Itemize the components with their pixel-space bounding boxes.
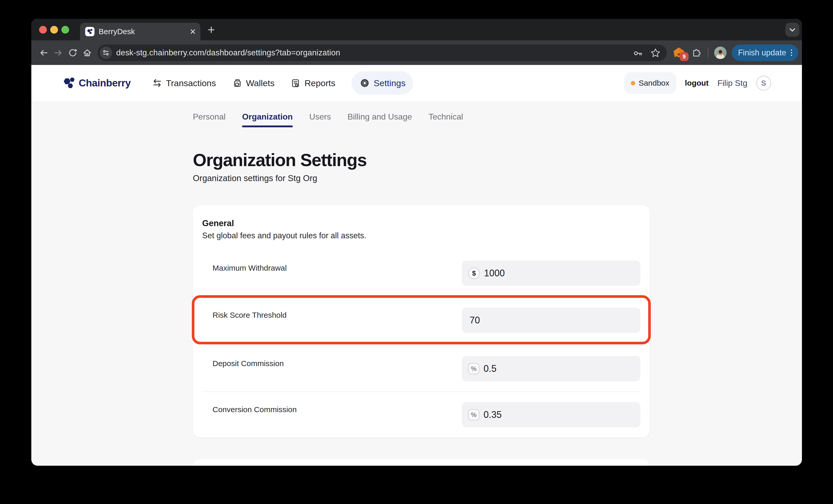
- browser-profile-avatar[interactable]: [714, 47, 727, 59]
- report-document-icon: [290, 78, 301, 88]
- general-settings-card: General Set global fees and payout rules…: [193, 205, 650, 437]
- star-icon: [650, 48, 661, 58]
- active-tab-underline: [242, 125, 293, 127]
- maximum-withdrawal-input[interactable]: $ 1000: [462, 260, 640, 286]
- nav-item-reports[interactable]: Reports: [290, 78, 335, 88]
- deposit-commission-input[interactable]: % 0.5: [462, 356, 640, 381]
- site-controls-icon: [102, 49, 110, 56]
- environment-label: Sandbox: [639, 79, 669, 87]
- field-value: 70: [470, 315, 480, 326]
- minimize-window-button[interactable]: [50, 26, 58, 34]
- tab-search-button[interactable]: [785, 23, 799, 37]
- tab-label: Users: [309, 112, 331, 121]
- new-tab-button[interactable]: +: [208, 24, 215, 36]
- tab-personal[interactable]: Personal: [193, 112, 225, 127]
- environment-badge[interactable]: Sandbox: [624, 72, 676, 94]
- puzzle-piece-icon: [691, 47, 701, 58]
- nav-label: Settings: [374, 78, 406, 88]
- field-row-conversion-commission: Conversion Commission % 0.35: [202, 402, 640, 427]
- tab-label: Billing and Usage: [348, 112, 412, 121]
- row-divider: [202, 392, 640, 392]
- traffic-lights: [39, 26, 69, 34]
- page-title: Organization Settings: [193, 150, 802, 170]
- brand-wordmark: Chainberry: [79, 77, 131, 89]
- nav-item-wallets[interactable]: Wallets: [232, 78, 275, 88]
- reload-button[interactable]: [66, 46, 80, 60]
- dollar-unit-icon: $: [468, 267, 480, 279]
- browser-toolbar: desk-stg.chainberry.com/dashboard/settin…: [31, 40, 802, 65]
- environment-status-dot: [631, 81, 635, 85]
- berry-logo-icon: [62, 76, 76, 90]
- berrydesk-favicon-icon: [85, 27, 94, 36]
- gear-icon: [359, 78, 370, 89]
- close-window-button[interactable]: [39, 26, 47, 34]
- tab-technical[interactable]: Technical: [428, 112, 463, 127]
- main-nav: Transactions Wallets: [152, 71, 413, 95]
- tab-billing-and-usage[interactable]: Billing and Usage: [348, 112, 412, 127]
- finish-update-button[interactable]: Finish update: [732, 45, 798, 61]
- swap-arrows-icon: [152, 78, 162, 88]
- field-row-maximum-withdrawal: Maximum Withdrawal $ 1000: [202, 260, 640, 286]
- wallet-icon: [232, 78, 242, 88]
- zoom-window-button[interactable]: [61, 26, 69, 34]
- nav-label: Reports: [304, 78, 335, 88]
- metamask-extension-button[interactable]: 9: [673, 47, 685, 58]
- forward-arrow-icon: [53, 48, 63, 58]
- reload-icon: [68, 48, 78, 58]
- extensions-button[interactable]: [691, 47, 701, 58]
- home-button[interactable]: [80, 46, 94, 60]
- settings-tabs: Personal Organization Users Billing and …: [193, 112, 802, 127]
- conversion-commission-input[interactable]: % 0.35: [462, 402, 640, 427]
- settings-page: Personal Organization Users Billing and …: [31, 101, 802, 466]
- key-icon: [633, 48, 643, 58]
- home-icon: [82, 48, 92, 58]
- settings-rows: Maximum Withdrawal $ 1000 Risk Score Thr…: [202, 260, 640, 427]
- brand-logo[interactable]: Chainberry: [62, 76, 131, 90]
- browser-tab[interactable]: BerryDesk ×: [80, 23, 200, 40]
- field-label: Maximum Withdrawal: [202, 263, 287, 273]
- nav-item-settings[interactable]: Settings: [352, 71, 413, 95]
- tab-label: Organization: [242, 112, 293, 121]
- browser-window: BerryDesk × +: [31, 19, 802, 466]
- card-description: Set global fees and payout rules for all…: [202, 230, 640, 241]
- back-arrow-icon: [39, 48, 49, 58]
- password-manager-button[interactable]: [633, 48, 643, 58]
- field-value: 0.5: [483, 363, 497, 374]
- extension-notification-badge: 9: [680, 52, 689, 61]
- page-subtitle: Organization settings for Stg Org: [193, 173, 802, 183]
- url-bar[interactable]: desk-stg.chainberry.com/dashboard/settin…: [98, 45, 667, 61]
- back-button[interactable]: [37, 46, 51, 60]
- card-heading: General: [202, 218, 640, 228]
- chevron-down-icon: [788, 26, 796, 34]
- close-tab-icon[interactable]: ×: [190, 27, 196, 36]
- field-row-risk-score-threshold: Risk Score Threshold 70: [202, 308, 640, 333]
- app-header: Chainberry Transactions: [31, 65, 802, 101]
- row-divider: [202, 298, 640, 298]
- nav-item-transactions[interactable]: Transactions: [152, 78, 216, 88]
- field-row-deposit-commission: Deposit Commission % 0.5: [202, 356, 640, 381]
- url-text[interactable]: desk-stg.chainberry.com/dashboard/settin…: [116, 48, 340, 57]
- risk-score-threshold-input[interactable]: 70: [462, 308, 640, 333]
- tab-organization[interactable]: Organization: [242, 112, 293, 127]
- nav-label: Transactions: [166, 78, 216, 88]
- field-value: 1000: [484, 268, 505, 279]
- percent-unit-icon: %: [468, 363, 479, 374]
- browser-menu-icon[interactable]: [791, 49, 792, 56]
- site-settings-button[interactable]: [100, 47, 112, 59]
- tab-users[interactable]: Users: [309, 112, 331, 127]
- tab-title: BerryDesk: [99, 27, 135, 36]
- tab-label: Personal: [193, 112, 225, 121]
- next-settings-card-partial: [193, 459, 650, 466]
- finish-update-label: Finish update: [738, 48, 786, 57]
- tab-strip: BerryDesk × +: [31, 19, 802, 40]
- user-avatar[interactable]: S: [756, 76, 771, 91]
- field-label: Deposit Commission: [202, 359, 284, 368]
- berry-logo-icon: [87, 28, 93, 35]
- field-label: Risk Score Threshold: [202, 311, 287, 320]
- forward-button[interactable]: [51, 46, 66, 60]
- logout-button[interactable]: logout: [685, 79, 709, 87]
- bookmark-star-button[interactable]: [650, 48, 661, 58]
- toolbar-separator: [708, 48, 709, 58]
- header-right: Sandbox logout Filip Stg S: [624, 72, 771, 94]
- tab-label: Technical: [428, 112, 463, 121]
